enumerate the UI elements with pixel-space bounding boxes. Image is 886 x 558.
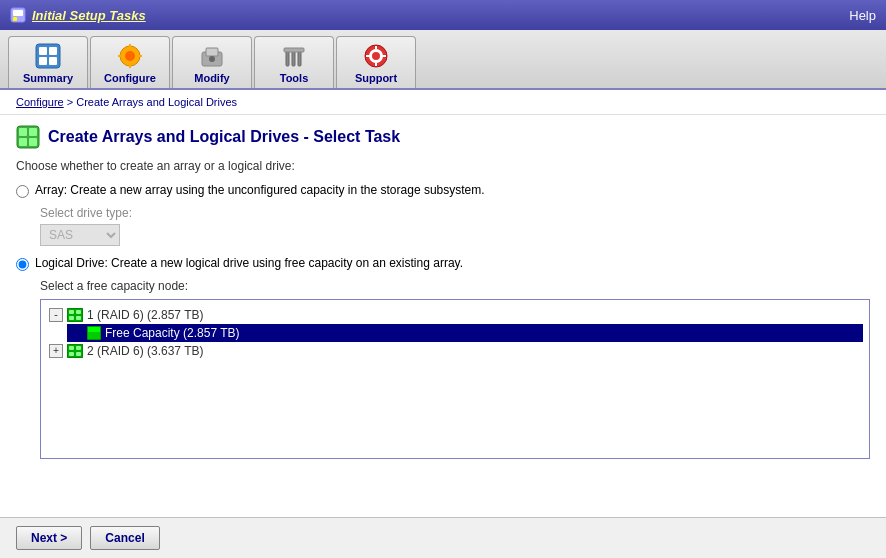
- svg-rect-6: [39, 57, 47, 65]
- nav-bar: Summary Configure Modify Tools: [0, 30, 886, 90]
- title-bar-left: Initial Setup Tasks: [10, 7, 146, 23]
- content-body: Create Arrays and Logical Drives - Selec…: [0, 115, 886, 517]
- svg-rect-40: [67, 344, 83, 358]
- drive-type-select[interactable]: SAS: [40, 224, 120, 246]
- breadcrumb-separator: >: [67, 96, 76, 108]
- array-radio[interactable]: [16, 185, 29, 198]
- svg-rect-4: [39, 47, 47, 55]
- svg-rect-44: [76, 352, 81, 356]
- svg-rect-5: [49, 47, 57, 55]
- tree-node-1-free[interactable]: Free Capacity (2.857 TB): [67, 324, 863, 342]
- svg-rect-2: [13, 17, 17, 21]
- configure-icon: [116, 42, 144, 70]
- svg-rect-36: [69, 316, 74, 320]
- svg-rect-35: [76, 310, 81, 314]
- tab-modify-label: Modify: [194, 72, 229, 84]
- tab-modify[interactable]: Modify: [172, 36, 252, 88]
- tree-node-1-children: Free Capacity (2.857 TB): [67, 324, 863, 342]
- page-title-row: Create Arrays and Logical Drives - Selec…: [16, 125, 870, 149]
- title-bar: Initial Setup Tasks Help: [0, 0, 886, 30]
- expander-node1[interactable]: -: [49, 308, 63, 322]
- array-option-name: Array: [35, 183, 64, 197]
- free-capacity-icon: [87, 326, 101, 340]
- logical-drive-radio[interactable]: [16, 258, 29, 271]
- svg-rect-32: [29, 138, 37, 146]
- logical-drive-option-name: Logical Drive: [35, 256, 104, 270]
- svg-rect-24: [375, 46, 377, 50]
- svg-rect-13: [137, 55, 142, 57]
- tab-summary[interactable]: Summary: [8, 36, 88, 88]
- tab-summary-label: Summary: [23, 72, 73, 84]
- svg-rect-37: [76, 316, 81, 320]
- svg-rect-43: [69, 352, 74, 356]
- svg-rect-27: [382, 55, 386, 57]
- main-content: Configure > Create Arrays and Logical Dr…: [0, 90, 886, 558]
- tab-support-label: Support: [355, 72, 397, 84]
- support-icon: [362, 42, 390, 70]
- expander-node2[interactable]: +: [49, 344, 63, 358]
- array-radio-label: Array: Create a new array using the unco…: [35, 183, 485, 197]
- tree-node-1-free-label: Free Capacity (2.857 TB): [105, 326, 240, 340]
- breadcrumb-parent[interactable]: Configure: [16, 96, 64, 108]
- summary-icon: [34, 42, 62, 70]
- svg-rect-7: [49, 57, 57, 65]
- title-bar-icon: [10, 7, 26, 23]
- svg-rect-34: [69, 310, 74, 314]
- logical-drive-radio-label: Logical Drive: Create a new logical driv…: [35, 256, 463, 270]
- svg-rect-15: [206, 48, 218, 56]
- breadcrumb-current: Create Arrays and Logical Drives: [76, 96, 237, 108]
- svg-point-16: [209, 56, 215, 62]
- svg-rect-25: [375, 62, 377, 66]
- tab-tools-label: Tools: [280, 72, 309, 84]
- tree-node-1-label: 1 (RAID 6) (2.857 TB): [87, 308, 203, 322]
- node2-raid-icon: [67, 344, 83, 358]
- svg-rect-31: [19, 138, 27, 146]
- logical-drive-radio-option: Logical Drive: Create a new logical driv…: [16, 256, 870, 271]
- svg-rect-26: [366, 55, 370, 57]
- tree-container: - 1 (RAID 6) (2.857 TB): [40, 299, 870, 459]
- modify-icon: [198, 42, 226, 70]
- tree-node-2[interactable]: + 2 (RAID 6) (3.637 TB): [47, 342, 863, 360]
- svg-rect-39: [88, 327, 100, 332]
- svg-rect-11: [129, 63, 131, 68]
- svg-rect-41: [69, 346, 74, 350]
- tab-configure[interactable]: Configure: [90, 36, 170, 88]
- array-option-desc: : Create a new array using the unconfigu…: [64, 183, 485, 197]
- cancel-button[interactable]: Cancel: [90, 526, 159, 550]
- tab-support[interactable]: Support: [336, 36, 416, 88]
- logical-drive-option-desc: : Create a new logical drive using free …: [104, 256, 463, 270]
- drive-type-label: Select drive type:: [40, 206, 870, 220]
- next-button[interactable]: Next >: [16, 526, 82, 550]
- footer: Next > Cancel: [0, 517, 886, 558]
- drive-type-area: Select drive type: SAS: [40, 206, 870, 246]
- svg-rect-33: [67, 308, 83, 322]
- tree-label: Select a free capacity node:: [40, 279, 870, 293]
- svg-rect-1: [13, 10, 23, 16]
- svg-rect-29: [19, 128, 27, 136]
- svg-point-9: [125, 51, 135, 61]
- svg-rect-42: [76, 346, 81, 350]
- page-title: Create Arrays and Logical Drives - Selec…: [48, 128, 400, 146]
- array-radio-option: Array: Create a new array using the unco…: [16, 183, 870, 198]
- svg-rect-12: [118, 55, 123, 57]
- tools-icon: [280, 42, 308, 70]
- svg-rect-20: [284, 48, 304, 52]
- svg-point-23: [372, 52, 380, 60]
- page-title-icon: [16, 125, 40, 149]
- instruction-text: Choose whether to create an array or a l…: [16, 159, 870, 173]
- title-link[interactable]: Initial Setup Tasks: [32, 8, 146, 23]
- help-link[interactable]: Help: [849, 8, 876, 23]
- breadcrumb: Configure > Create Arrays and Logical Dr…: [0, 90, 886, 115]
- svg-rect-30: [29, 128, 37, 136]
- tree-node-1[interactable]: - 1 (RAID 6) (2.857 TB): [47, 306, 863, 324]
- tree-node-2-label: 2 (RAID 6) (3.637 TB): [87, 344, 203, 358]
- svg-rect-10: [129, 44, 131, 49]
- node1-raid-icon: [67, 308, 83, 322]
- tab-configure-label: Configure: [104, 72, 156, 84]
- tab-tools[interactable]: Tools: [254, 36, 334, 88]
